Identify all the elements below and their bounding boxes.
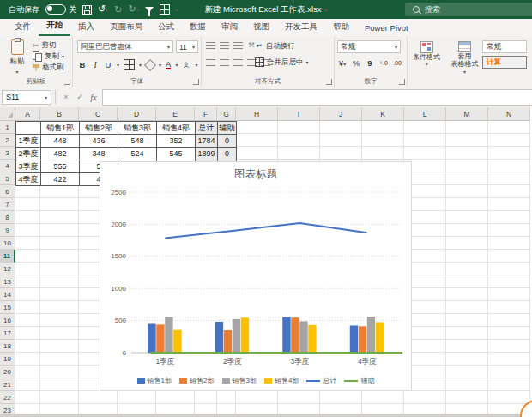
table-cell[interactable]: 545 — [157, 148, 196, 160]
cell-I3[interactable] — [278, 147, 320, 160]
cell-A10[interactable] — [15, 237, 40, 250]
cell-N6[interactable] — [488, 185, 530, 198]
column-header-F[interactable]: F — [195, 107, 217, 121]
bold-button[interactable]: B — [78, 60, 87, 70]
ribbon-tab-1[interactable]: 开始 — [39, 17, 70, 36]
confirm-entry-icon[interactable]: ✓ — [73, 93, 87, 101]
autosave-toggle[interactable]: 关 — [45, 4, 76, 15]
insert-function-icon[interactable]: fx — [87, 93, 100, 102]
table-cell[interactable]: 销售4部 — [157, 122, 196, 135]
cell-B17[interactable] — [40, 327, 79, 340]
cell-A14[interactable] — [15, 288, 40, 301]
align-bottom-icon[interactable] — [233, 42, 243, 49]
cell-N22[interactable] — [488, 391, 530, 404]
row-header-9[interactable]: 9 — [0, 224, 15, 237]
cell-M18[interactable] — [446, 340, 488, 353]
cell-N12[interactable] — [488, 263, 530, 275]
table-borders-icon[interactable] — [160, 4, 170, 15]
wrap-text-button[interactable]: ↩自动换行 — [255, 40, 295, 51]
table-cell[interactable]: 销售3部 — [118, 122, 157, 135]
cell-K1[interactable] — [362, 121, 404, 134]
cell-K3[interactable] — [362, 147, 404, 160]
table-cell[interactable]: 352 — [157, 135, 196, 148]
borders-icon[interactable] — [124, 59, 135, 70]
row-header-13[interactable]: 13 — [0, 275, 15, 288]
cell-style-calculation[interactable]: 计算 — [482, 56, 527, 69]
row-header-4[interactable]: 4 — [0, 160, 15, 172]
cell-A21[interactable] — [15, 378, 40, 391]
format-painter-button[interactable]: 格式刷 — [33, 62, 64, 73]
ribbon-tab-5[interactable]: 数据 — [182, 19, 214, 36]
cell-M4[interactable] — [446, 160, 488, 172]
cell-style-normal[interactable]: 常规 — [482, 40, 527, 53]
table-cell[interactable]: 548 — [118, 135, 157, 148]
column-header-J[interactable]: J — [320, 107, 362, 121]
cell-B22[interactable] — [40, 391, 79, 404]
row-header-19[interactable]: 19 — [0, 353, 15, 366]
cell-I2[interactable] — [278, 134, 320, 147]
clipboard-dialog-launcher[interactable] — [64, 79, 70, 85]
cell-M21[interactable] — [446, 378, 488, 391]
table-cell[interactable]: 348 — [80, 148, 118, 160]
table-cell[interactable] — [16, 122, 41, 135]
column-header-E[interactable]: E — [156, 107, 195, 121]
cell-J1[interactable] — [320, 121, 362, 134]
fill-color-icon[interactable] — [144, 58, 156, 70]
row-header-20[interactable]: 20 — [0, 366, 15, 378]
row-header-21[interactable]: 21 — [0, 378, 15, 391]
font-name-select[interactable]: 阿里巴巴普惠体▾ — [77, 40, 173, 53]
increase-decimal-icon[interactable]: +.0 — [379, 60, 388, 66]
cell-N7[interactable] — [488, 198, 530, 211]
table-cell[interactable]: 1季度 — [16, 135, 41, 148]
cell-M5[interactable] — [446, 172, 488, 185]
cell-N18[interactable] — [488, 340, 530, 353]
row-header-18[interactable]: 18 — [0, 340, 15, 353]
cell-M11[interactable] — [446, 250, 488, 263]
format-as-table-button[interactable]: 套用 表格格式 ▾ — [449, 41, 481, 76]
column-header-A[interactable]: A — [15, 107, 40, 121]
align-left-icon[interactable] — [206, 59, 215, 66]
row-header-12[interactable]: 12 — [0, 263, 15, 275]
undo-icon[interactable]: ↺▾ — [98, 3, 108, 15]
cell-N14[interactable] — [488, 288, 530, 301]
select-all-corner[interactable] — [0, 107, 15, 121]
ribbon-tab-10[interactable]: Power Pivot — [357, 21, 416, 36]
cell-A22[interactable] — [15, 391, 40, 404]
cell-L1[interactable] — [404, 121, 446, 134]
table-cell[interactable]: 436 — [80, 135, 118, 148]
comma-format-icon[interactable]: 9 — [366, 58, 374, 68]
italic-button[interactable]: I — [91, 61, 100, 70]
cell-N19[interactable] — [488, 353, 530, 366]
cell-N5[interactable] — [488, 172, 530, 185]
align-right-icon[interactable] — [233, 59, 243, 66]
cell-A19[interactable] — [15, 353, 40, 366]
cell-A6[interactable] — [15, 185, 40, 198]
column-header-I[interactable]: I — [278, 107, 320, 121]
cell-B18[interactable] — [40, 340, 79, 353]
column-header-H[interactable]: H — [236, 107, 278, 121]
name-box[interactable]: S11▾ — [2, 90, 51, 105]
cell-B9[interactable] — [40, 224, 79, 237]
formula-input[interactable] — [102, 89, 532, 106]
cell-B8[interactable] — [40, 211, 79, 224]
cell-B20[interactable] — [40, 366, 79, 378]
phonetic-guide-icon[interactable]: 文 — [182, 61, 190, 70]
align-center-icon[interactable] — [220, 59, 229, 66]
ribbon-tab-0[interactable]: 文件 — [7, 19, 39, 36]
chart-title[interactable]: 图表标题 — [100, 167, 411, 182]
cell-M1[interactable] — [446, 121, 488, 134]
legend-item-销售2部[interactable]: 销售2部 — [179, 376, 214, 385]
ribbon-tab-8[interactable]: 开发工具 — [277, 19, 325, 36]
cut-button[interactable]: ✂剪切 — [33, 39, 64, 51]
column-header-N[interactable]: N — [488, 107, 530, 121]
customize-qat-icon[interactable]: ▾ — [176, 7, 178, 13]
table-cell[interactable]: 3季度 — [16, 160, 41, 173]
cell-B11[interactable] — [40, 250, 79, 263]
align-middle-icon[interactable] — [220, 42, 229, 49]
cell-B7[interactable] — [40, 198, 79, 211]
cell-M20[interactable] — [446, 366, 488, 378]
row-header-6[interactable]: 6 — [0, 185, 15, 198]
cell-M6[interactable] — [446, 185, 488, 198]
cell-M16[interactable] — [446, 314, 488, 327]
cell-D22[interactable] — [118, 391, 156, 404]
